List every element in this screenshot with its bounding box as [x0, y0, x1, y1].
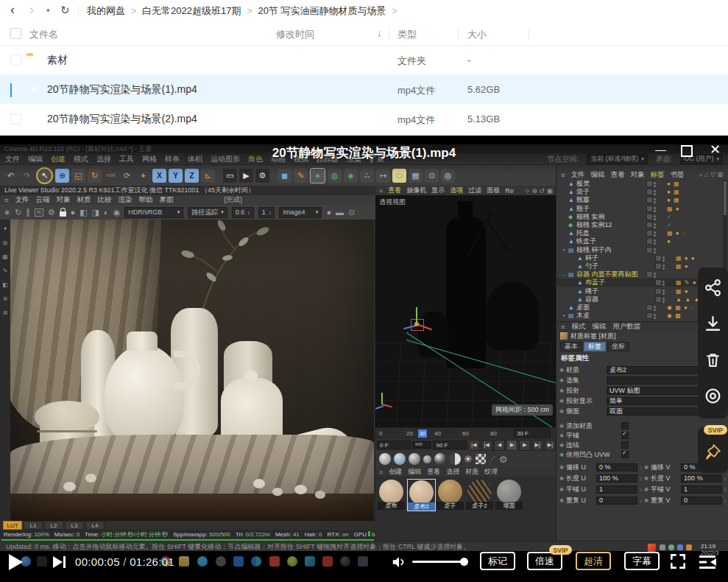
hamburger-icon[interactable]: ≡	[379, 187, 383, 194]
tool-icon[interactable]: ◍	[3, 239, 8, 246]
quality-button[interactable]: 超清	[576, 552, 611, 570]
menu-item[interactable]: 渲染	[119, 195, 132, 205]
star-icon[interactable]: ∗	[4, 208, 10, 217]
range-end-field[interactable]: 90 F	[433, 441, 467, 449]
keyframe-sphere-icon[interactable]	[379, 453, 391, 465]
region-icon[interactable]: R	[35, 208, 43, 217]
volume-slider-knob[interactable]	[460, 558, 468, 566]
menu-item[interactable]: 查看	[427, 467, 440, 477]
playlist-icon[interactable]	[696, 553, 718, 571]
keyframe-sphere-icon[interactable]	[434, 453, 446, 465]
contrast-icon[interactable]: ◐	[104, 208, 109, 217]
tool-icon[interactable]: ⊞	[3, 309, 8, 316]
lut-tab[interactable]: L3	[65, 521, 84, 530]
maximize-button[interactable]	[681, 145, 693, 157]
repeat-v-field[interactable]: 0	[681, 497, 721, 505]
tab-basic[interactable]: 基本	[560, 342, 582, 351]
keyframe-sphere-icon[interactable]	[394, 453, 406, 465]
sphere-icon[interactable]: ●	[71, 208, 76, 217]
repeat-u-field[interactable]: 0	[596, 497, 637, 505]
menu-item[interactable]: 创建	[389, 467, 402, 477]
menu-item[interactable]: 材质	[77, 195, 91, 205]
menu-item[interactable]: 对象	[57, 195, 71, 205]
tool-icon[interactable]: ◧	[2, 281, 8, 288]
menu-item[interactable]: Re	[505, 187, 514, 194]
flower-icon[interactable]: ✳	[464, 453, 473, 465]
goto-end-button[interactable]: ▶|	[545, 440, 556, 451]
column-header-name[interactable]: 文件名	[29, 28, 58, 41]
bar-icon[interactable]: ▬	[336, 208, 344, 217]
volume-slider[interactable]	[412, 561, 465, 563]
back-icon[interactable]: ‹	[10, 3, 15, 16]
view-label[interactable]: 透视视图	[379, 197, 406, 207]
tile-checkbox[interactable]	[621, 432, 629, 439]
crop2-icon[interactable]: ◨	[92, 208, 99, 217]
column-header-modified[interactable]: 修改时间	[276, 28, 314, 41]
hamburger-icon[interactable]: ≡	[4, 196, 9, 204]
goto-start-button[interactable]: |◀	[468, 440, 479, 451]
delete-icon[interactable]	[704, 351, 722, 369]
breadcrumb-item[interactable]: 我的网盘	[87, 4, 125, 18]
menu-item[interactable]: 编辑	[593, 322, 607, 332]
menu-item[interactable]: 界面	[160, 195, 174, 205]
tiles-v-field[interactable]: 1	[681, 485, 721, 494]
crop-icon[interactable]: ◧	[79, 208, 87, 217]
download-icon[interactable]	[704, 315, 722, 333]
keyframe-sphere-icon[interactable]	[423, 455, 431, 463]
fullscreen-icon[interactable]	[668, 552, 688, 571]
c4d-viewport[interactable]: ≡ 查看 摄像机 显示 选项 过滤 面板 Re ⊹ ⊕ ↺ ▣ 透视视图	[375, 186, 556, 427]
menu-item[interactable]: 帮助	[139, 195, 153, 205]
tool-icon[interactable]: ≋	[3, 295, 8, 302]
tool-icon[interactable]: ▦	[2, 253, 8, 260]
keyframe-sphere-icon[interactable]	[409, 453, 420, 465]
menu-item[interactable]: 纹理	[484, 467, 498, 477]
minimize-button[interactable]: —	[655, 143, 666, 155]
seamless-checkbox[interactable]	[621, 441, 629, 449]
next-frame-button[interactable]: ▶	[519, 440, 530, 451]
render-mode-select[interactable]: 路径追踪▾	[188, 207, 227, 218]
mark-button[interactable]: 标记	[480, 552, 515, 570]
range-slider[interactable]	[412, 441, 432, 449]
gamma-field[interactable]: 1↕	[258, 207, 275, 218]
dot-icon[interactable]: ●	[326, 208, 331, 217]
menu-item[interactable]: 摄像机	[406, 186, 426, 195]
menu-item[interactable]: 选项	[450, 186, 463, 195]
lock-icon[interactable]	[60, 211, 66, 217]
settings-gear-icon[interactable]: ⚙	[48, 208, 55, 217]
material-field[interactable]: 桌布2	[607, 366, 713, 374]
prev-key-button[interactable]: |◀	[481, 440, 492, 451]
history-caret-icon[interactable]: ▾	[46, 7, 50, 14]
lut-tab[interactable]: L2	[44, 521, 63, 530]
add-material-checkbox[interactable]	[621, 422, 629, 430]
lut-tab[interactable]: LUT	[3, 521, 22, 530]
menu-item[interactable]: 选择	[446, 467, 459, 477]
hamburger-icon[interactable]: ≡	[379, 469, 383, 476]
file-name[interactable]: 20节静物写实渲染与场景(2).mp4	[47, 113, 197, 126]
row-checkbox[interactable]	[10, 55, 21, 66]
file-name[interactable]: 素材	[47, 54, 68, 67]
refresh-icon[interactable]: ↻	[15, 208, 21, 217]
close-button[interactable]: ✕	[710, 141, 721, 158]
tool-icon[interactable]: ✦	[3, 225, 8, 232]
column-header-size[interactable]: 大小	[467, 28, 487, 41]
current-frame-field[interactable]: 30 F	[514, 429, 551, 438]
menu-item[interactable]: 文件	[15, 195, 29, 205]
material-item[interactable]: 桌子	[437, 479, 464, 510]
menu-item[interactable]: 云端	[36, 195, 50, 205]
material-item[interactable]: 墙面	[495, 479, 523, 510]
keyframe-sphere-icon[interactable]	[449, 453, 461, 465]
camera-icon[interactable]: ⊙	[348, 208, 355, 217]
colorspace-select[interactable]: HDR/sRGB▾	[124, 207, 183, 218]
offset-u-field[interactable]: 0 %	[596, 463, 637, 471]
row-checkbox[interactable]	[10, 83, 12, 97]
menu-item[interactable]: 查看	[388, 186, 401, 195]
subtitle-button[interactable]: 字幕	[624, 552, 660, 570]
menu-item[interactable]: 过滤	[468, 186, 481, 195]
file-name[interactable]: 20节静物写实渲染与场景(1).mp4	[47, 83, 197, 97]
menu-item[interactable]: 比较	[98, 195, 112, 205]
forward-icon[interactable]: ›	[29, 3, 34, 16]
next-key-button[interactable]: ▶|	[532, 440, 543, 451]
length-v-field[interactable]: 100 %	[681, 474, 721, 483]
material-item[interactable]: 桌布2	[407, 479, 436, 511]
select-all-checkbox[interactable]	[10, 28, 21, 39]
